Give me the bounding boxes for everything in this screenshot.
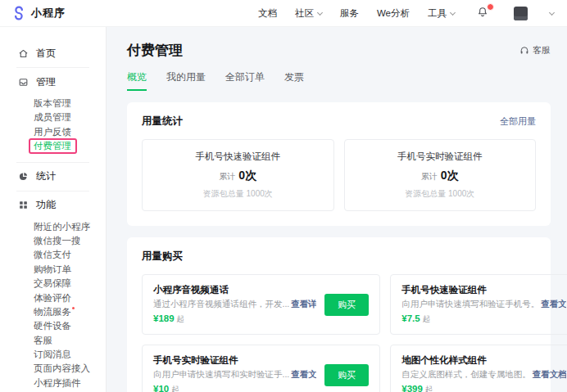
buy-card-name: 手机号实时验证组件 xyxy=(153,354,316,367)
view-docs-link[interactable]: 查看文档 xyxy=(541,299,566,309)
buy-card-price: ¥7.5 xyxy=(401,313,420,323)
usage-buy-title: 用量购买 xyxy=(142,250,183,264)
sidebar-item-customer-service[interactable]: 客服 xyxy=(0,334,106,348)
buy-card-map-custom-style: 地图个性化样式组件 自定义底图样式，创建专属地图。查看文档 ¥399 起 购买 xyxy=(390,345,567,392)
sidebar-item-subscribe-messages[interactable]: 订阅消息 xyxy=(0,348,106,362)
divider xyxy=(16,67,89,68)
customer-support-button[interactable]: 客服 xyxy=(519,44,551,56)
nav-docs[interactable]: 文档 xyxy=(258,7,277,20)
usage-buy-panel: 用量购买 小程序音视频通话 通过小程序音视频通话组件，开发...查看详情 ¥18… xyxy=(127,237,551,392)
stat-total-value: 0次 xyxy=(441,169,459,183)
view-details-link[interactable]: 查看详情 xyxy=(291,299,316,309)
stat-total-value: 0次 xyxy=(238,169,256,183)
buy-card-price: ¥10 xyxy=(153,384,169,392)
chevron-down-icon xyxy=(450,9,456,15)
headset-icon xyxy=(519,46,529,56)
usage-stats-title: 用量统计 xyxy=(142,115,183,128)
stat-card-phone-quick-verify: 手机号快速验证组件 累计 0次 资源包总量 1000次 xyxy=(142,139,334,211)
nav-services[interactable]: 服务 xyxy=(340,7,359,20)
stat-name: 手机号实时验证组件 xyxy=(397,151,483,163)
features-submenu: 附近的小程序 微信搜一搜 微信支付 购物订单 交易保障 体验评价 物流服务 硬件… xyxy=(0,220,106,392)
stat-total-label: 累计 xyxy=(421,171,438,182)
buy-card-price-suffix: 起 xyxy=(171,385,179,392)
buy-card-name: 手机号快速验证组件 xyxy=(401,284,566,296)
buy-card-desc: 通过小程序音视频通话组件，开发... xyxy=(153,299,289,309)
sidebar-item-wechat-pay[interactable]: 微信支付 xyxy=(0,248,106,262)
buy-card-phone-quick-verify: 手机号快速验证组件 向用户申请快速填写和验证手机号。查看文档 ¥7.5 起 购买 xyxy=(390,274,567,335)
buy-card-desc: 向用户申请快速填写和验证手机号。 xyxy=(401,299,539,309)
sidebar-item-transaction-guarantee[interactable]: 交易保障 xyxy=(0,277,106,291)
notification-badge xyxy=(487,3,494,11)
sidebar-item-shopping-orders[interactable]: 购物订单 xyxy=(0,263,106,277)
divider xyxy=(16,191,89,191)
tab-bar: 概览 我的用量 全部订单 发票 xyxy=(127,70,551,91)
sidebar-item-nearby-miniprograms[interactable]: 附近的小程序 xyxy=(0,220,106,234)
sidebar: 首页 管理 版本管理 成员管理 用户反馈 付费管理 统计 xyxy=(0,27,107,392)
buy-button[interactable]: 购买 xyxy=(324,294,369,316)
buy-card-price: ¥189 xyxy=(153,313,175,323)
avatar[interactable] xyxy=(514,7,528,20)
sidebar-item-logistics-service[interactable]: 物流服务 xyxy=(0,305,106,319)
view-docs-link[interactable]: 查看文档 xyxy=(533,369,567,379)
pie-chart-icon xyxy=(18,171,29,182)
view-docs-link[interactable]: 查看文档 xyxy=(291,369,316,379)
chevron-down-icon xyxy=(317,9,323,15)
tab-overview[interactable]: 概览 xyxy=(127,70,147,91)
sidebar-item-user-feedback[interactable]: 用户反馈 xyxy=(0,125,106,139)
sidebar-group-features[interactable]: 功能 xyxy=(0,198,106,213)
all-usage-link[interactable]: 全部用量 xyxy=(500,115,536,128)
stat-quota: 资源包总量 1000次 xyxy=(405,188,474,200)
buy-card-phone-realtime-verify: 手机号实时验证组件 向用户申请快速填写和实时验证手...查看文档 ¥10 起 购… xyxy=(142,345,380,392)
buy-card-name: 地图个性化样式组件 xyxy=(401,354,566,367)
home-icon xyxy=(18,48,29,59)
page-title: 付费管理 xyxy=(127,41,183,60)
stat-card-phone-realtime-verify: 手机号实时验证组件 累计 0次 资源包总量 1000次 xyxy=(344,139,537,211)
sidebar-item-version-management[interactable]: 版本管理 xyxy=(0,97,106,110)
main-content: 付费管理 客服 概览 我的用量 全部订单 发票 用量统计 全部用量 xyxy=(107,27,567,392)
sidebar-item-hardware-devices[interactable]: 硬件设备 xyxy=(0,319,106,333)
top-navigation: 文档 社区 服务 We分析 工具 xyxy=(258,6,554,20)
divider xyxy=(16,162,89,163)
miniprogram-logo[interactable]: 小程序 xyxy=(11,6,66,20)
sidebar-item-member-management[interactable]: 成员管理 xyxy=(0,110,106,124)
stat-quota: 资源包总量 1000次 xyxy=(203,188,273,200)
tab-invoice[interactable]: 发票 xyxy=(284,70,304,91)
nav-community[interactable]: 社区 xyxy=(295,7,322,20)
miniprogram-s-icon xyxy=(11,6,26,20)
drawer-icon xyxy=(18,77,29,88)
buy-card-av-call: 小程序音视频通话 通过小程序音视频通话组件，开发...查看详情 ¥189 起 购… xyxy=(142,274,380,335)
nav-we-analytics[interactable]: We分析 xyxy=(377,7,410,20)
account-chevron-down-icon[interactable] xyxy=(549,9,555,15)
buy-card-price-suffix: 起 xyxy=(423,314,431,325)
stat-name: 手机号快速验证组件 xyxy=(196,151,281,163)
logo-text: 小程序 xyxy=(31,6,66,20)
sidebar-item-miniprogram-plugins[interactable]: 小程序插件 xyxy=(0,376,106,390)
buy-card-price-suffix: 起 xyxy=(177,314,185,325)
buy-card-name: 小程序音视频通话 xyxy=(153,284,316,296)
nav-tools[interactable]: 工具 xyxy=(428,7,455,20)
tab-all-orders[interactable]: 全部订单 xyxy=(225,70,265,91)
buy-card-price: ¥399 xyxy=(401,384,423,392)
grid-icon xyxy=(18,200,29,210)
sidebar-item-wechat-search[interactable]: 微信搜一搜 xyxy=(0,234,106,248)
tab-my-usage[interactable]: 我的用量 xyxy=(166,70,206,91)
sidebar-item-experience-rating[interactable]: 体验评价 xyxy=(0,291,106,305)
topbar: 小程序 文档 社区 服务 We分析 工具 xyxy=(0,0,567,27)
buy-button[interactable]: 购买 xyxy=(324,364,369,386)
buy-card-desc: 自定义底图样式，创建专属地图。 xyxy=(401,369,531,379)
notification-bell-button[interactable] xyxy=(476,6,491,20)
new-badge-dot xyxy=(72,307,75,309)
sidebar-item-page-content-access[interactable]: 页面内容接入 xyxy=(0,362,106,376)
management-submenu: 版本管理 成员管理 用户反馈 付费管理 xyxy=(0,97,106,154)
sidebar-group-management[interactable]: 管理 xyxy=(0,74,106,89)
sidebar-group-statistics[interactable]: 统计 xyxy=(0,169,106,184)
buy-card-price-suffix: 起 xyxy=(425,385,433,392)
stat-total-label: 累计 xyxy=(219,171,235,182)
usage-stats-panel: 用量统计 全部用量 手机号快速验证组件 累计 0次 资源包总量 1000次 手机… xyxy=(127,102,551,226)
sidebar-item-home[interactable]: 首页 xyxy=(0,46,106,61)
buy-card-desc: 向用户申请快速填写和实时验证手... xyxy=(153,369,289,379)
sidebar-item-payment-management[interactable]: 付费管理 xyxy=(0,139,106,153)
